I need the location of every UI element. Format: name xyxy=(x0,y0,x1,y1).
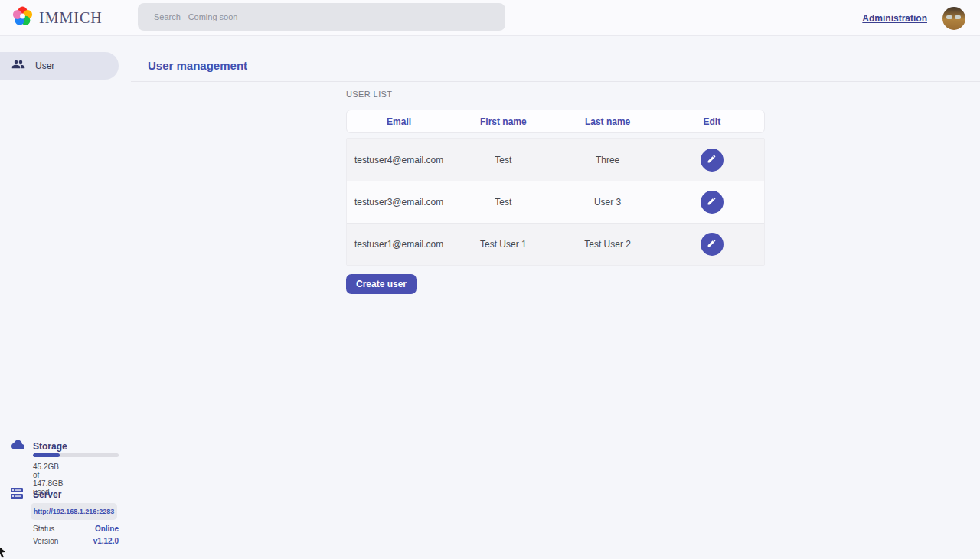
server-status-row: Status Online xyxy=(33,525,119,533)
user-list-section-label: USER LIST xyxy=(346,90,392,99)
sidebar-item-user-label: User xyxy=(35,60,54,71)
cell-email: testuser1@email.com xyxy=(347,239,451,250)
edit-user-button[interactable] xyxy=(701,191,724,214)
server-icon xyxy=(11,488,23,502)
table-row: testuser3@email.com Test User 3 xyxy=(347,181,764,223)
cloud-icon xyxy=(11,439,25,453)
table-row: testuser1@email.com Test User 1 Test Use… xyxy=(347,223,764,265)
server-url-badge: http://192.168.1.216:2283 xyxy=(31,503,117,520)
user-table-body: testuser4@email.com Test Three testuser3… xyxy=(346,138,765,266)
mouse-cursor-icon xyxy=(0,543,12,559)
search-input[interactable] xyxy=(138,3,505,31)
storage-title: Storage xyxy=(33,441,67,452)
cell-first-name: Test xyxy=(451,197,555,208)
edit-user-button[interactable] xyxy=(701,233,724,256)
header-first-name: First name xyxy=(451,116,555,127)
immich-flower-icon xyxy=(12,6,33,30)
sidebar-divider xyxy=(33,479,119,479)
table-row: testuser4@email.com Test Three xyxy=(347,139,764,181)
pencil-icon xyxy=(707,238,717,250)
people-icon xyxy=(11,57,25,74)
cell-last-name: Test User 2 xyxy=(556,239,660,250)
title-divider xyxy=(131,81,980,82)
user-table-header: Email First name Last name Edit xyxy=(346,110,765,133)
cell-first-name: Test User 1 xyxy=(451,239,555,250)
version-label: Version xyxy=(33,537,58,545)
top-navbar: IMMICH Administration xyxy=(0,0,980,36)
cell-email: testuser4@email.com xyxy=(347,155,451,165)
page-title: User management xyxy=(148,59,247,72)
header-email: Email xyxy=(347,116,451,127)
app-name: IMMICH xyxy=(39,9,103,27)
create-user-button[interactable]: Create user xyxy=(346,274,416,294)
cell-email: testuser3@email.com xyxy=(347,197,451,208)
edit-user-button[interactable] xyxy=(701,149,724,172)
storage-progress-fill xyxy=(33,453,60,457)
version-value: v1.12.0 xyxy=(93,537,119,545)
pencil-icon xyxy=(707,196,717,208)
cell-first-name: Test xyxy=(451,155,555,165)
sidebar-item-user[interactable]: User xyxy=(0,52,119,80)
server-title: Server xyxy=(33,489,61,500)
status-value: Online xyxy=(95,525,119,533)
administration-link[interactable]: Administration xyxy=(862,13,927,24)
pencil-icon xyxy=(707,154,717,166)
navbar-right: Administration xyxy=(862,0,965,36)
status-label: Status xyxy=(33,525,54,533)
header-last-name: Last name xyxy=(556,116,660,127)
cell-last-name: User 3 xyxy=(556,197,660,208)
immich-logo[interactable]: IMMICH xyxy=(12,6,103,30)
avatar-glasses-detail xyxy=(946,15,952,19)
header-edit: Edit xyxy=(660,116,764,127)
cell-last-name: Three xyxy=(556,155,660,165)
storage-progress-bar xyxy=(33,453,119,457)
server-version-row: Version v1.12.0 xyxy=(33,537,119,545)
user-avatar[interactable] xyxy=(942,7,965,30)
